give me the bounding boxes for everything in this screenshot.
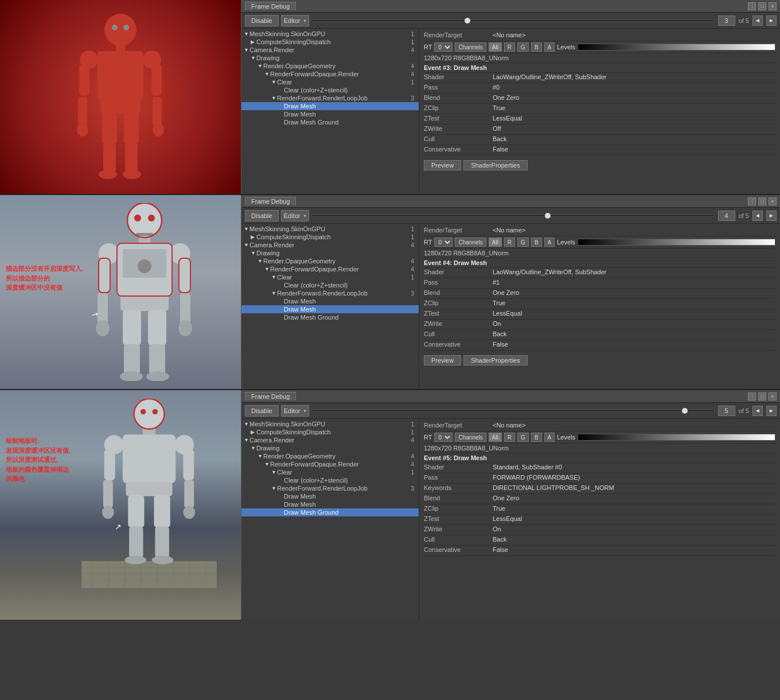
disable-btn-3[interactable]: Disable xyxy=(245,405,279,417)
disable-btn-2[interactable]: Disable xyxy=(245,210,279,221)
channels-btn-3[interactable]: Channels xyxy=(455,433,486,442)
ch-a-btn-3[interactable]: A xyxy=(544,433,555,442)
rt-label-row-1: RenderTarget <No name> xyxy=(424,31,775,41)
slider-track-1[interactable] xyxy=(311,20,715,22)
channels-btn-2[interactable]: Channels xyxy=(455,238,486,247)
tree-item-0-9[interactable]: Draw Mesh xyxy=(241,102,419,110)
frame-debug-tab-3[interactable]: Frame Debug xyxy=(245,392,296,400)
tree-item-2-9[interactable]: Draw Mesh xyxy=(241,492,419,500)
tree-item-1-4[interactable]: ▼Render.OpaqueGeometry4 xyxy=(241,257,419,265)
close-btn-2[interactable]: × xyxy=(769,197,777,205)
tree-item-0-2[interactable]: ▼Camera.Render4 xyxy=(241,46,419,54)
tree-item-2-7[interactable]: Clear (color+Z+stencil) xyxy=(241,476,419,484)
next-btn-3[interactable]: ► xyxy=(766,406,777,416)
preview-btn-1[interactable]: Preview xyxy=(424,160,461,170)
ch-b-btn-2[interactable]: B xyxy=(531,238,542,247)
frame-debug-tab-2[interactable]: Frame Debug xyxy=(245,197,296,205)
ch-g-btn-1[interactable]: G xyxy=(517,42,529,52)
tree-item-0-6[interactable]: ▼Clear1 xyxy=(241,78,419,86)
slider-track-2[interactable] xyxy=(311,215,715,217)
tree-item-1-7[interactable]: Clear (color+Z+stencil) xyxy=(241,281,419,289)
close-btn-1[interactable]: × xyxy=(769,2,777,10)
tree-item-1-0[interactable]: ▼MeshSkinning.SkinOnGPU1 xyxy=(241,225,419,233)
tree-item-2-8[interactable]: ▼RenderForward.RenderLoopJob3 xyxy=(241,484,419,492)
tree-item-0-4[interactable]: ▼Render.OpaqueGeometry4 xyxy=(241,62,419,70)
tree-item-0-8[interactable]: ▼RenderForward.RenderLoopJob3 xyxy=(241,94,419,102)
tree-item-0-10[interactable]: Draw Mesh xyxy=(241,110,419,118)
kebab-btn-1[interactable]: ⋮ xyxy=(748,2,756,10)
rt-select-3[interactable]: 0 xyxy=(434,433,453,442)
tree-item-0-11[interactable]: Draw Mesh Ground xyxy=(241,118,419,126)
next-btn-1[interactable]: ► xyxy=(766,15,777,26)
editor-select-1[interactable]: Editor xyxy=(281,15,309,26)
rt-channels-row-1: RT 0 Channels All R G B A Levels xyxy=(424,41,775,53)
kebab-btn-2[interactable]: ⋮ xyxy=(748,197,756,205)
channels-btn-1[interactable]: Channels xyxy=(455,42,486,52)
tree-item-1-6[interactable]: ▼Clear1 xyxy=(241,273,419,281)
preview-btn-2[interactable]: Preview xyxy=(424,355,461,365)
tree-item-2-2[interactable]: ▼Camera.Render4 xyxy=(241,436,419,444)
ch-a-btn-1[interactable]: A xyxy=(544,42,555,52)
ch-b-btn-3[interactable]: B xyxy=(531,433,542,442)
tree-item-1-2[interactable]: ▼Camera.Render4 xyxy=(241,241,419,249)
tree-item-1-10[interactable]: Draw Mesh xyxy=(241,305,419,313)
ch-r-btn-1[interactable]: R xyxy=(504,42,515,52)
ch-all-btn-1[interactable]: All xyxy=(489,42,502,52)
ch-a-btn-2[interactable]: A xyxy=(544,238,555,247)
next-btn-2[interactable]: ► xyxy=(766,211,777,221)
prev-btn-2[interactable]: ◄ xyxy=(752,211,763,221)
shader-props-btn-2[interactable]: ShaderProperties xyxy=(463,355,528,365)
ch-r-btn-3[interactable]: R xyxy=(504,433,515,442)
svg-rect-47 xyxy=(82,561,217,588)
ch-all-btn-3[interactable]: All xyxy=(489,433,502,442)
rt-select-2[interactable]: 0 xyxy=(434,238,453,247)
editor-select-2[interactable]: Editor xyxy=(281,210,309,221)
prev-btn-1[interactable]: ◄ xyxy=(752,15,763,26)
tree-item-1-5[interactable]: ▼RenderForwardOpaque.Render4 xyxy=(241,265,419,273)
maximize-btn-3[interactable]: □ xyxy=(758,392,766,400)
maximize-btn-1[interactable]: □ xyxy=(758,2,766,10)
ch-b-btn-1[interactable]: B xyxy=(531,42,542,52)
tree-item-2-0[interactable]: ▼MeshSkinning.SkinOnGPU1 xyxy=(241,420,419,428)
tree-arrow-0-3: ▼ xyxy=(251,55,256,61)
tree-item-2-11[interactable]: Draw Mesh Ground xyxy=(241,508,419,516)
tree-item-0-3[interactable]: ▼Drawing xyxy=(241,54,419,62)
tree-item-0-1[interactable]: ▶ComputeSkinningDispatch1 xyxy=(241,38,419,46)
tree-item-2-4[interactable]: ▼Render.OpaqueGeometry4 xyxy=(241,452,419,460)
ch-g-btn-2[interactable]: G xyxy=(517,238,529,247)
prop-value-0-2: One Zero xyxy=(493,94,775,101)
tree-item-1-8[interactable]: ▼RenderForward.RenderLoopJob3 xyxy=(241,289,419,297)
tree-item-2-6[interactable]: ▼Clear1 xyxy=(241,468,419,476)
rt-select-1[interactable]: 0 xyxy=(434,42,453,52)
prop-value-0-7: False xyxy=(493,146,775,153)
tree-item-2-10[interactable]: Draw Mesh xyxy=(241,500,419,508)
prop-row-1-2: BlendOne Zero xyxy=(424,289,775,299)
tree-item-1-9[interactable]: Draw Mesh xyxy=(241,297,419,305)
editor-select-3[interactable]: Editor xyxy=(281,405,309,417)
close-btn-3[interactable]: × xyxy=(769,392,777,400)
slider-thumb-3[interactable] xyxy=(682,408,688,414)
ch-r-btn-2[interactable]: R xyxy=(504,238,515,247)
kebab-btn-3[interactable]: ⋮ xyxy=(748,392,756,400)
tree-item-2-1[interactable]: ▶ComputeSkinningDispatch1 xyxy=(241,428,419,436)
slider-thumb-1[interactable] xyxy=(465,18,470,24)
tree-item-1-3[interactable]: ▼Drawing xyxy=(241,249,419,257)
ch-all-btn-2[interactable]: All xyxy=(489,238,502,247)
tree-item-0-0[interactable]: ▼MeshSkinning.SkinOnGPU1 xyxy=(241,30,419,38)
tree-item-2-5[interactable]: ▼RenderForwardOpaque.Render4 xyxy=(241,460,419,468)
ch-g-btn-3[interactable]: G xyxy=(517,433,529,442)
prop-row-0-7: ConservativeFalse xyxy=(424,145,775,155)
slider-thumb-2[interactable] xyxy=(545,213,551,219)
slider-track-3[interactable] xyxy=(311,410,715,412)
tree-item-0-5[interactable]: ▼RenderForwardOpaque.Render4 xyxy=(241,70,419,78)
shader-props-btn-1[interactable]: ShaderProperties xyxy=(463,160,528,170)
tree-item-2-3[interactable]: ▼Drawing xyxy=(241,444,419,452)
tree-item-1-1[interactable]: ▶ComputeSkinningDispatch1 xyxy=(241,233,419,241)
disable-btn-1[interactable]: Disable xyxy=(245,15,279,26)
frame-debug-tab-1[interactable]: Frame Debug xyxy=(245,2,296,10)
window-controls-3: ⋮ □ × xyxy=(748,392,777,400)
tree-item-1-11[interactable]: Draw Mesh Ground xyxy=(241,313,419,321)
tree-item-0-7[interactable]: Clear (color+Z+stencil) xyxy=(241,86,419,94)
maximize-btn-2[interactable]: □ xyxy=(758,197,766,205)
prev-btn-3[interactable]: ◄ xyxy=(752,406,763,416)
